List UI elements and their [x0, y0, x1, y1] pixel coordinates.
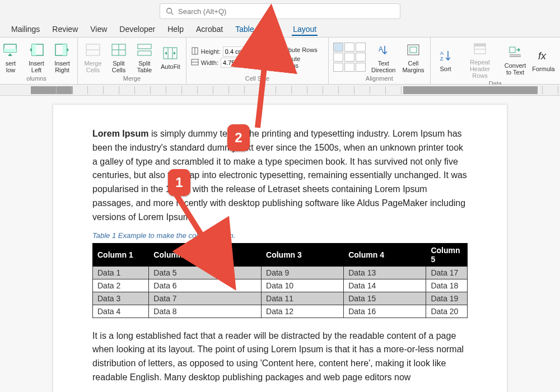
- table-header[interactable]: Column 5: [426, 243, 468, 266]
- width-label: Width:: [201, 59, 218, 66]
- tab-help[interactable]: Help: [166, 24, 185, 36]
- table-cell[interactable]: Data 4: [93, 305, 149, 318]
- search-icon: [166, 7, 174, 15]
- group-data: AZ Sort Repeat Header Rows Convert to Te…: [431, 38, 560, 84]
- formula-icon: fx: [534, 46, 552, 64]
- align-bot-center[interactable]: [344, 63, 354, 72]
- group-label-rows-columns: olumns: [26, 74, 46, 83]
- tab-table-design[interactable]: Table Design: [234, 24, 282, 36]
- table-cell[interactable]: Data 2: [93, 279, 149, 292]
- table-cell[interactable]: Data 20: [426, 305, 468, 318]
- align-top-right[interactable]: [356, 43, 366, 52]
- svg-rect-5: [32, 44, 36, 55]
- table-cell[interactable]: Data 10: [262, 279, 344, 292]
- table-cell[interactable]: Data 17: [426, 266, 468, 279]
- alignment-grid: [333, 43, 366, 72]
- table-row[interactable]: Data 1Data 5Data 9Data 13Data 17: [93, 266, 468, 279]
- tab-view[interactable]: View: [89, 24, 108, 36]
- svg-text:A: A: [379, 45, 383, 53]
- align-mid-right[interactable]: [356, 53, 366, 62]
- tab-review[interactable]: Review: [51, 24, 79, 36]
- align-top-center[interactable]: [344, 43, 354, 52]
- table-row[interactable]: Data 4Data 8Data 12Data 16Data 20: [93, 305, 468, 318]
- horizontal-ruler[interactable]: [0, 85, 560, 96]
- insert-left-button[interactable]: Insert Left: [26, 41, 47, 73]
- group-label-merge: Merge: [123, 74, 141, 83]
- svg-rect-25: [264, 58, 272, 65]
- height-spinner[interactable]: ▲▼: [251, 47, 259, 56]
- ribbon: sert low Insert Left Insert Right olumns…: [0, 37, 560, 85]
- autofit-button[interactable]: AutoFit: [160, 44, 181, 70]
- table-cell[interactable]: Data 15: [344, 292, 426, 305]
- align-bot-left[interactable]: [333, 63, 343, 72]
- svg-rect-33: [474, 44, 486, 46]
- width-icon: [191, 58, 199, 67]
- paragraph-1-lead: Lorem Ipsum: [92, 129, 148, 138]
- svg-text:fx: fx: [538, 50, 547, 62]
- group-label-cell-size: Cell Size: [245, 74, 269, 83]
- table-cell[interactable]: Data 19: [426, 292, 468, 305]
- insert-below-button[interactable]: sert low: [0, 41, 21, 73]
- table-cell[interactable]: Data 18: [426, 279, 468, 292]
- svg-rect-29: [408, 45, 419, 55]
- table-cell[interactable]: Data 5: [149, 266, 262, 279]
- svg-rect-30: [410, 47, 417, 53]
- table-cell[interactable]: Data 14: [344, 279, 426, 292]
- align-mid-center[interactable]: [344, 53, 354, 62]
- convert-to-text-button[interactable]: Convert to Text: [503, 43, 526, 76]
- table-cell[interactable]: Data 6: [149, 279, 262, 292]
- table-cell[interactable]: Data 8: [149, 305, 262, 318]
- cell-margins-button[interactable]: Cell Margins: [401, 41, 425, 73]
- table-row[interactable]: Data 3Data 7Data 11Data 15Data 19: [93, 292, 468, 305]
- table-cell[interactable]: Data 7: [149, 292, 262, 305]
- formula-button[interactable]: fx Formula: [531, 46, 556, 72]
- width-input[interactable]: [221, 58, 248, 68]
- table-cell[interactable]: Data 3: [93, 292, 149, 305]
- table-cell[interactable]: Data 12: [262, 305, 344, 318]
- tab-developer[interactable]: Developer: [118, 24, 156, 36]
- table-cell[interactable]: Data 13: [344, 266, 426, 279]
- table-cell[interactable]: Data 9: [262, 266, 344, 279]
- align-mid-left[interactable]: [333, 53, 343, 62]
- search-box[interactable]: Search (Alt+Q): [160, 3, 400, 19]
- svg-rect-22: [264, 46, 272, 53]
- insert-left-icon: [27, 41, 45, 59]
- svg-rect-13: [138, 44, 151, 49]
- table-cell[interactable]: Data 11: [262, 292, 344, 305]
- tab-acrobat[interactable]: Acrobat: [195, 24, 224, 36]
- align-top-left[interactable]: [333, 43, 343, 52]
- insert-right-button[interactable]: Insert Right: [52, 41, 73, 73]
- repeat-header-button[interactable]: Repeat Header Rows: [461, 40, 500, 79]
- svg-line-1: [171, 13, 174, 15]
- table-header[interactable]: Column 3: [262, 243, 344, 266]
- table-header[interactable]: Column 2: [149, 243, 262, 266]
- table-caption[interactable]: Table 1 Example to make the columns even…: [92, 231, 468, 240]
- table-header[interactable]: Column 1: [93, 243, 149, 266]
- table-cell[interactable]: Data 16: [344, 305, 426, 318]
- split-table-button[interactable]: Split Table: [134, 41, 155, 73]
- repeat-header-icon: [471, 40, 489, 58]
- table-cell[interactable]: Data 1: [93, 266, 149, 279]
- document-canvas[interactable]: Lorem Ipsum is simply dummy text of the …: [0, 96, 560, 392]
- table-row[interactable]: Data 2Data 6Data 10Data 14Data 18: [93, 279, 468, 292]
- example-table[interactable]: Column 1Column 2Column 3Column 4Column 5…: [92, 243, 468, 318]
- tab-mailings[interactable]: Mailings: [10, 24, 41, 36]
- width-spinner[interactable]: ▲▼: [249, 58, 256, 67]
- paragraph-1[interactable]: Lorem Ipsum is simply dummy text of the …: [92, 127, 468, 225]
- tab-layout[interactable]: Layout: [292, 24, 318, 36]
- distribute-rows-button[interactable]: Distribute Rows: [263, 45, 324, 54]
- merge-cells-button[interactable]: Merge Cells: [82, 41, 104, 73]
- split-cells-button[interactable]: Split Cells: [108, 41, 129, 73]
- document-page[interactable]: Lorem Ipsum is simply dummy text of the …: [53, 105, 507, 392]
- distribute-columns-button[interactable]: Distribute Columns: [263, 55, 324, 69]
- height-input[interactable]: [223, 46, 250, 57]
- cell-margins-icon: [404, 41, 422, 59]
- text-direction-button[interactable]: A Text Direction: [370, 41, 396, 73]
- sort-button[interactable]: AZ Sort: [435, 46, 456, 72]
- sort-icon: AZ: [437, 46, 455, 64]
- align-bot-right[interactable]: [356, 63, 366, 72]
- height-icon: [191, 47, 199, 56]
- titlebar-search-row: Search (Alt+Q): [0, 0, 560, 20]
- paragraph-2[interactable]: It is a long established fact that a rea…: [92, 329, 468, 385]
- table-header[interactable]: Column 4: [344, 243, 426, 266]
